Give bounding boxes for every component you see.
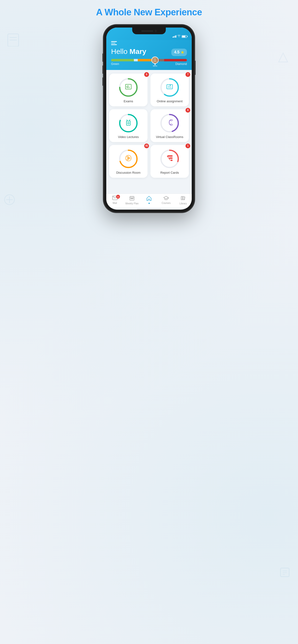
page-heading: A Whole New Experience (96, 7, 202, 18)
badge-discussion-room: 45 (144, 144, 149, 148)
card-discussion-room[interactable]: 45 Discussion Room (109, 145, 147, 178)
greeting-text: Hello Mary (111, 48, 146, 56)
circle-virtual-classrooms (160, 114, 179, 133)
cards-grid: 6 Exams 7 (109, 74, 189, 178)
svg-line-29 (127, 120, 127, 121)
greeting-prefix: Hello (111, 48, 129, 55)
home-indicator (137, 209, 161, 210)
heading-highlight: Experience (155, 7, 202, 17)
phone-frame: Hello Mary 4.5 ★ (103, 25, 195, 212)
user-name: Mary (129, 48, 146, 55)
svg-rect-54 (131, 198, 131, 199)
speaker (141, 30, 153, 32)
phone-screen: Hello Mary 4.5 ★ (106, 28, 192, 210)
card-icon-video-lectures (124, 118, 132, 128)
nav-icon-weekly-plan (129, 196, 134, 202)
bottom-nav: 11 Mail Weekly Plan Courses Library (106, 194, 192, 208)
progress-labels: Green Diamond (111, 62, 187, 66)
svg-point-4 (5, 195, 14, 204)
card-video-lectures[interactable]: Video Lectures (109, 109, 147, 142)
avatar-container: 65% (152, 56, 159, 66)
card-label-report-cards: Report Cards (160, 171, 179, 174)
card-exams[interactable]: 6 Exams (109, 74, 147, 106)
svg-rect-56 (133, 198, 133, 199)
star-icon: ★ (181, 50, 184, 54)
svg-rect-48 (168, 155, 173, 157)
rating-badge: 4.5 ★ (171, 49, 187, 56)
card-label-exams: Exams (123, 100, 133, 103)
card-online-assignment[interactable]: 7 Online assignment (151, 74, 189, 106)
rating-value: 4.5 (174, 50, 180, 54)
heading-text: A Whole New (96, 7, 155, 17)
nav-icon-home (146, 196, 152, 202)
nav-label-mail: Mail (112, 202, 117, 204)
badge-report-cards: 1 (186, 144, 190, 148)
svg-point-11 (154, 58, 156, 60)
circle-exams (119, 78, 138, 97)
svg-rect-7 (280, 568, 289, 577)
nav-item-mail[interactable]: 11 Mail (108, 196, 121, 205)
card-icon-exams (124, 83, 132, 92)
card-label-virtual-classrooms: Virtual ClassRooms (156, 135, 183, 139)
svg-rect-33 (170, 124, 172, 125)
nav-badge-mail: 11 (116, 195, 120, 198)
header-content: Hello Mary 4.5 ★ (111, 48, 187, 56)
svg-point-39 (127, 156, 128, 158)
nav-label-courses: Courses (162, 202, 171, 204)
avatar (152, 56, 159, 64)
progress-percent: 65% (153, 65, 157, 67)
battery-icon (182, 35, 187, 38)
progress-bar (111, 59, 187, 61)
circle-video-lectures (119, 114, 138, 133)
progress-section: 65% Green Diamond (111, 59, 187, 66)
circle-online-assignment (160, 78, 179, 97)
card-icon-report-cards (166, 154, 174, 164)
nav-dot (148, 203, 150, 204)
nav-icon-courses (163, 196, 169, 201)
nav-item-library[interactable]: Library (177, 196, 190, 205)
hamburger-menu[interactable] (111, 41, 117, 45)
svg-marker-3 (278, 53, 288, 62)
svg-rect-0 (8, 34, 19, 47)
nav-label-library: Library (180, 202, 187, 205)
signal-bars (173, 35, 177, 38)
circle-report-cards (160, 149, 179, 168)
badge-exams: 6 (144, 72, 149, 77)
card-report-cards[interactable]: 1 Report Cards (151, 145, 189, 178)
svg-rect-46 (171, 160, 173, 161)
svg-marker-57 (164, 196, 169, 199)
svg-point-28 (128, 123, 129, 124)
svg-rect-34 (170, 120, 172, 121)
card-icon-online-assignment (166, 83, 174, 92)
svg-rect-60 (183, 196, 184, 200)
svg-rect-47 (169, 158, 173, 159)
svg-rect-55 (132, 198, 132, 199)
nav-icon-library (181, 196, 186, 202)
app-header: Hello Mary 4.5 ★ (106, 40, 192, 70)
nav-label-weekly-plan: Weekly Plan (125, 202, 138, 205)
card-icon-discussion-room (124, 154, 132, 164)
svg-point-37 (125, 155, 131, 161)
badge-online-assignment: 7 (186, 72, 190, 77)
card-icon-virtual-classrooms (166, 118, 174, 128)
progress-label-right: Diamond (175, 62, 187, 66)
badge-virtual-classrooms: 8 (186, 108, 190, 112)
nav-item-courses[interactable]: Courses (160, 196, 173, 205)
greeting: Hello Mary (111, 48, 146, 56)
svg-rect-59 (181, 196, 182, 200)
nav-item-weekly-plan[interactable]: Weekly Plan (125, 196, 138, 205)
progress-label-left: Green (111, 62, 119, 66)
card-label-online-assignment: Online assignment (157, 100, 183, 103)
circle-discussion-room (119, 149, 138, 168)
phone-notch (132, 28, 166, 34)
card-label-discussion-room: Discussion Room (116, 171, 140, 174)
progress-segments (111, 59, 187, 61)
nav-item-home[interactable] (142, 196, 156, 205)
camera (155, 30, 157, 32)
card-label-video-lectures: Video Lectures (118, 135, 139, 139)
card-virtual-classrooms[interactable]: 8 Virtual ClassRooms (151, 109, 189, 142)
main-content: 6 Exams 7 (106, 70, 192, 194)
wifi-icon (177, 35, 181, 38)
svg-line-30 (129, 120, 130, 121)
status-right (173, 35, 187, 38)
